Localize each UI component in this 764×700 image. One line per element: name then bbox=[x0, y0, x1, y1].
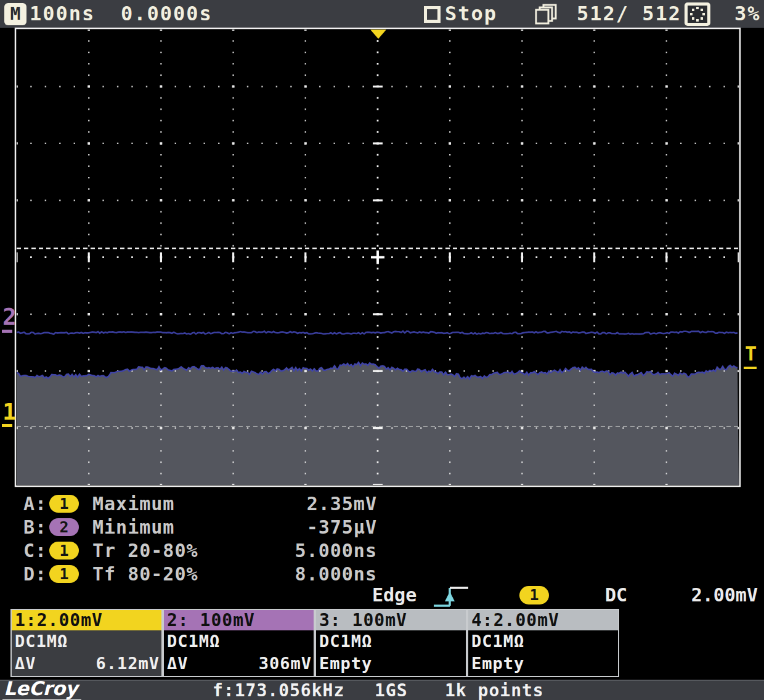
channel-coupling: DC1MΩ bbox=[319, 632, 372, 651]
measurement-slot-label: D: bbox=[23, 563, 47, 585]
record-length-readout: 1k points bbox=[445, 681, 544, 700]
channel-box-4[interactable]: 4:2.00mV DC1MΩ Empty bbox=[467, 609, 619, 677]
measurement-value: 5.000ns bbox=[234, 540, 377, 562]
ch1-zero-dash bbox=[2, 424, 12, 427]
waveform-display bbox=[0, 0, 764, 493]
oscilloscope-screen: M 100ns 0.0000s Stop 512/ 512 bbox=[0, 0, 764, 700]
channel-box-2[interactable]: 2: 100mV DC1MΩ ΔV 306mV bbox=[163, 609, 315, 677]
measurement-value: 2.35mV bbox=[234, 493, 377, 515]
channel-coupling: DC1MΩ bbox=[167, 632, 220, 651]
frequency-readout: f:173.056kHz bbox=[213, 681, 344, 700]
channel-extra-label: Empty bbox=[471, 654, 524, 673]
channel-badge: 1 bbox=[49, 542, 79, 560]
channel-badge: 1 bbox=[49, 565, 79, 583]
channel-coupling: DC1MΩ bbox=[471, 632, 524, 651]
channel-extra-value: 306mV bbox=[259, 654, 312, 673]
channel-header[interactable]: 3: 100mV bbox=[316, 610, 466, 630]
edge-trigger-icon bbox=[431, 584, 472, 609]
brand-logo: LeCroy bbox=[2, 677, 81, 700]
measurement-row-d: D: 1 Tf 80-20% 8.000ns bbox=[0, 563, 431, 585]
measurement-row-a: A: 1 Maximum 2.35mV bbox=[0, 493, 431, 515]
channel-extra-label: ΔV bbox=[167, 654, 189, 673]
channel-header[interactable]: 2: 100mV bbox=[164, 610, 314, 630]
trigger-source-badge[interactable]: 1 bbox=[519, 586, 549, 604]
ch1-fill bbox=[17, 362, 739, 485]
channel-extra-label: Empty bbox=[319, 654, 372, 673]
channel-box-1[interactable]: 1:2.00mV DC1MΩ ΔV 6.12mV bbox=[10, 609, 163, 677]
measurement-name: Maximum bbox=[92, 493, 174, 515]
channel-extra-value: 6.12mV bbox=[96, 654, 160, 673]
measurement-row-c: C: 1 Tr 20-80% 5.000ns bbox=[0, 540, 431, 562]
measurement-name: Tr 20-80% bbox=[92, 540, 198, 562]
bottom-status-bar: LeCroy f:173.056kHz 1GS 1k points bbox=[0, 680, 764, 700]
channel-header[interactable]: 4:2.00mV bbox=[468, 610, 618, 630]
channel-coupling: DC1MΩ bbox=[15, 632, 68, 651]
measurement-row-b: B: 2 Minimum -375µV bbox=[0, 516, 431, 539]
measurement-value: -375µV bbox=[234, 516, 377, 539]
measurement-name: Minimum bbox=[92, 516, 174, 539]
channel-box-3[interactable]: 3: 100mV DC1MΩ Empty bbox=[315, 609, 467, 677]
measurement-slot-label: C: bbox=[23, 540, 47, 562]
ch1-zero-marker[interactable]: 1 bbox=[2, 401, 17, 423]
channel-extra-label: ΔV bbox=[15, 654, 36, 673]
sample-rate-readout: 1GS bbox=[375, 681, 408, 700]
trigger-level-dash bbox=[744, 367, 757, 369]
measurement-name: Tf 80-20% bbox=[92, 563, 198, 585]
trigger-summary-row[interactable]: Edge 1 DC 2.00mV bbox=[0, 584, 764, 608]
ch2-zero-marker[interactable]: 2 bbox=[2, 306, 17, 328]
channel-badge: 2 bbox=[49, 518, 79, 536]
trigger-level-marker[interactable]: T bbox=[745, 343, 757, 365]
measurement-slot-label: B: bbox=[23, 516, 47, 539]
ch2-zero-dash bbox=[2, 330, 12, 333]
measurement-slot-label: A: bbox=[23, 493, 47, 515]
trigger-level-value[interactable]: 2.00mV bbox=[616, 584, 758, 606]
trigger-type[interactable]: Edge bbox=[372, 584, 417, 606]
channel-badge: 1 bbox=[49, 495, 79, 513]
measurement-value: 8.000ns bbox=[234, 563, 377, 585]
channel-header[interactable]: 1:2.00mV bbox=[12, 610, 161, 630]
